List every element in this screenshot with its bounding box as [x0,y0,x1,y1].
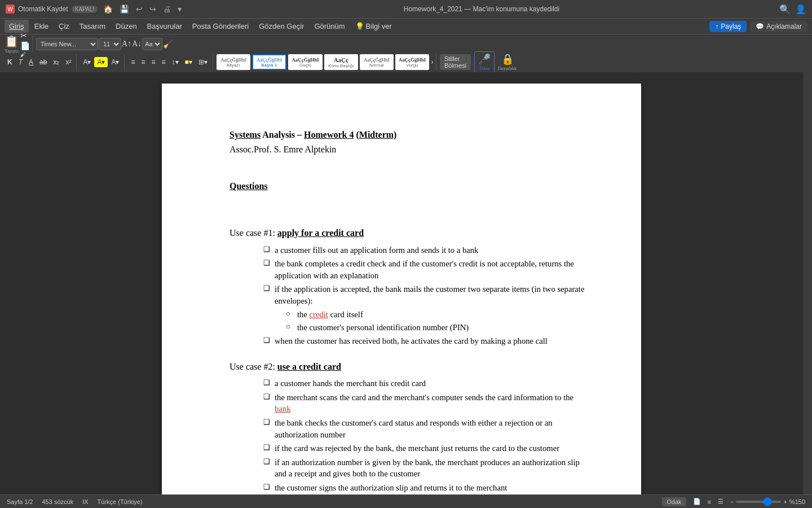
font-group: Times New... 11 A↑ A↓ Aa 🧹 [34,36,175,52]
use-case-2-name: use a credit card [277,362,341,371]
sub-bullet-item: the credit card itself [286,309,590,321]
align-left-button[interactable]: ≡ [128,57,138,67]
styles-expand-icon[interactable]: › [431,58,434,67]
menu-ekle[interactable]: Ekle [30,20,53,33]
autosave-status: KAPALI [72,6,98,13]
font-color-button[interactable]: A▾ [80,57,94,67]
title-bar-left: W Otomatik Kaydet KAPALI 🏠 💾 ↩ ↪ 🖨 ▾ [6,3,184,15]
menu-ciz[interactable]: Çiz [54,20,74,33]
dikte-label: Dikte [479,66,489,71]
bullet-item: when the customer has received both, he … [263,335,590,347]
color-group: A▾ A▾ A▾ [78,54,125,71]
subscript-button[interactable]: x₂ [50,57,62,67]
sub-bullet-item: the customer's personal identification n… [286,322,590,334]
focus-label[interactable]: Odak [662,497,686,506]
highlight-button[interactable]: A▾ [94,57,108,67]
language-icon[interactable]: IX [82,498,88,505]
menu-gozden[interactable]: Gözden Geçir [254,20,308,33]
title-homework: Homework 4 [304,130,354,139]
italic-button[interactable]: T [16,57,25,67]
increase-font-icon[interactable]: A↑ [122,40,131,49]
stiller-button[interactable]: StillerBölmesi [440,54,471,70]
zoom-slider[interactable] [736,501,781,503]
menu-duzen[interactable]: Düzen [111,20,142,33]
cut-icon[interactable]: ✂ [20,31,30,41]
duyarlilik-label: Duyarlılık [498,66,517,71]
search-icon[interactable]: 🔍 [779,4,791,15]
title-bar-right: 🔍 👤 [779,4,806,15]
shading-button[interactable]: A▾ [108,57,122,67]
bullet-item: a customer fills out an application form… [263,244,590,256]
clear-format-icon[interactable]: 🧹 [163,40,173,49]
style-normal[interactable]: AaÇçĞğHhI Normal [360,54,394,70]
page-info: Sayfa 1/2 [7,498,33,505]
style-vurgu[interactable]: AaÇçĞğHhI Vurgu [395,54,430,70]
language-label: Türkçe (Türkiye) [98,498,143,505]
style-konubasligi[interactable]: AaÇç Konu Başlığı [324,54,358,70]
border-button[interactable]: ⊞▾ [196,57,210,67]
shading-para-button[interactable]: ■▾ [182,57,195,67]
document-area: Systems Analysis – Homework 4 (Midterm) … [0,72,812,494]
use-case-2-title: Use case #2: use a credit card [230,361,590,373]
style-altyazi[interactable]: AaÇçĞğHhI Altyazı [217,54,250,70]
use-case-2-bullets: a customer hands the merchant his credit… [230,378,590,493]
bullet-item: if an authorization number is given by t… [263,457,590,480]
bullet-item: the bank checks the customer's card stat… [263,417,590,440]
autosave-label: Otomatik Kaydet [18,5,68,13]
menu-bilgi[interactable]: 💡 Bilgi ver [351,20,396,33]
dikte-icon[interactable]: 🎤 [478,53,491,65]
bold-button[interactable]: K [5,57,15,67]
copy-icon[interactable]: 📄 [20,41,30,51]
align-center-button[interactable]: ≡ [138,57,148,67]
title-midterm: (Midterm) [356,130,396,139]
paste-icon[interactable]: 📋 [5,34,19,48]
decrease-font-icon[interactable]: A↓ [132,40,142,49]
nav-icons: 🏠 💾 ↩ ↪ 🖨 ▾ [101,3,184,15]
align-right-button[interactable]: ≡ [148,57,158,67]
menu-basvurular[interactable]: Başvurular [143,20,187,33]
bullet-item: the bank completes a credit check and if… [263,258,590,281]
print-icon[interactable]: 🖨 [161,3,173,15]
duyarlilik-icon[interactable]: 🔒 [501,53,514,65]
formatting-group: K T A ab x₂ x² [2,54,77,71]
style-baslik1[interactable]: AaÇçĞğHhI Başlık 1 [252,54,287,70]
strikethrough-button[interactable]: ab [37,57,50,67]
view-outline-icon[interactable]: ≡ [708,498,711,505]
right-scrollbar[interactable] [803,72,812,494]
customize-icon[interactable]: ▾ [175,3,184,15]
case-select[interactable]: Aa [142,38,162,50]
underline-button[interactable]: A [26,57,36,67]
menu-gorunum[interactable]: Görünüm [310,20,349,33]
zoom-in-icon[interactable]: + [783,498,787,505]
zoom-out-icon[interactable]: − [730,498,734,505]
document-heading: Systems Analysis – Homework 4 (Midterm) [230,129,590,141]
menu-tasarim[interactable]: Tasarım [75,20,110,33]
use-case-1-title: Use case #1: apply for a credit card [230,227,590,239]
style-guclu[interactable]: AaÇçĞğHhI Güçlü [288,54,323,70]
bullet-item: if the card was rejected by the bank, th… [263,443,590,454]
redo-icon[interactable]: ↪ [147,3,158,15]
justify-button[interactable]: ≡ [158,57,168,67]
document-title: Homework_4_2021 — Mac'im konumuna kayded… [188,5,775,13]
comments-button[interactable]: 💬 Açıklamalar [750,21,807,32]
title-bar: W Otomatik Kaydet KAPALI 🏠 💾 ↩ ↪ 🖨 ▾ Hom… [0,0,812,18]
share-button[interactable]: ↑ Paylaş [709,21,747,32]
title-systems: Systems [230,130,261,139]
font-size-select[interactable]: 11 [99,38,121,50]
home-icon[interactable]: 🏠 [101,3,115,15]
styles-group: AaÇçĞğHhI Altyazı AaÇçĞğHhI Başlık 1 AaÇ… [214,54,436,71]
bullet-item: if the application is accepted, the bank… [263,283,590,333]
view-normal-icon[interactable]: 📄 [693,498,701,505]
credit-text: credit [310,310,328,319]
document-author: Assoc.Prof. S. Emre Alptekin [230,143,590,156]
save-icon[interactable]: 💾 [117,3,131,15]
superscript-button[interactable]: x² [63,57,74,67]
font-name-select[interactable]: Times New... [36,38,98,50]
page-container[interactable]: Systems Analysis – Homework 4 (Midterm) … [0,72,803,494]
bank-text: bank [275,404,291,413]
undo-icon[interactable]: ↩ [134,3,145,15]
user-icon[interactable]: 👤 [795,4,806,15]
line-spacing-button[interactable]: ↕▾ [169,57,182,67]
menu-posta[interactable]: Posta Gönderileri [188,20,253,33]
view-read-icon[interactable]: ☰ [718,498,723,505]
